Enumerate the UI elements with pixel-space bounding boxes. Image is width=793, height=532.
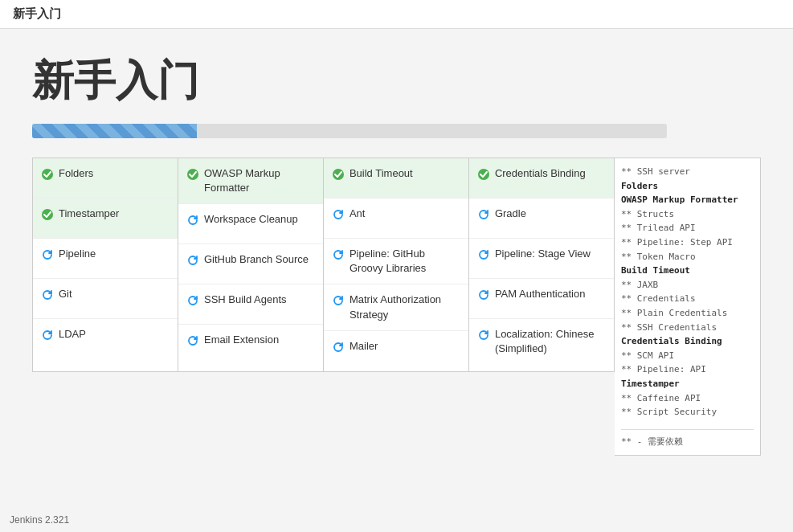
grid-cell[interactable]: Build Timeout: [324, 158, 468, 198]
right-panel: ** SSH serverFoldersOWASP Markup Formatt…: [615, 158, 761, 456]
refresh-icon: [41, 248, 54, 264]
refresh-icon: [186, 334, 199, 350]
refresh-icon: [41, 289, 54, 304]
grid-cell[interactable]: Git: [33, 279, 178, 319]
right-panel-line: ** Script Security: [621, 405, 754, 419]
grid-col-col1: Folders Timestamper Pipeline Git LDAP: [33, 158, 178, 371]
right-panel-line: ** Pipeline: Step API: [621, 235, 754, 250]
plugin-layout: Folders Timestamper Pipeline Git LDAP OW…: [32, 158, 761, 456]
grid-col-col3: Build Timeout Ant Pipeline: GitHub Groov…: [324, 158, 469, 371]
right-panel-line: Timestamper: [621, 377, 754, 391]
grid-col-col2: OWASP Markup Formatter Workspace Cleanup…: [178, 158, 324, 371]
grid-cell[interactable]: Localization: Chinese (Simplified): [469, 319, 614, 364]
right-panel-line: ** JAXB: [621, 278, 754, 293]
cell-label: Mailer: [349, 339, 378, 354]
topbar-title: 新手入门: [13, 6, 61, 20]
cell-label: Credentials Binding: [495, 166, 586, 181]
cell-label: LDAP: [59, 327, 86, 342]
grid-cell[interactable]: GitHub Branch Source: [178, 244, 323, 284]
refresh-icon: [332, 208, 345, 223]
cell-label: Pipeline: GitHub Groovy Libraries: [349, 247, 460, 276]
refresh-icon: [332, 341, 345, 356]
grid-cell[interactable]: Timestamper: [33, 198, 178, 239]
refresh-icon: [41, 329, 54, 344]
check-icon: [186, 168, 199, 183]
grid-cell[interactable]: Pipeline: [33, 239, 178, 279]
grid-cell[interactable]: SSH Build Agents: [178, 284, 323, 325]
cell-label: Workspace Cleanup: [204, 212, 298, 227]
right-panel-line: ** Caffeine API: [621, 391, 754, 406]
topbar: 新手入门: [0, 0, 793, 29]
cell-label: Localization: Chinese (Simplified): [495, 327, 606, 356]
cell-label: Timestamper: [59, 207, 119, 221]
refresh-icon: [477, 289, 490, 304]
cell-label: GitHub Branch Source: [204, 252, 309, 267]
main-content: 新手入门 Folders Timestamper Pipeline Git LD…: [0, 29, 793, 501]
right-panel-footer-text: ** - 需要依赖: [621, 429, 754, 449]
grid-cell[interactable]: Folders: [33, 158, 178, 198]
refresh-icon: [477, 208, 490, 223]
grid-cell[interactable]: PAM Authentication: [469, 279, 614, 319]
refresh-icon: [477, 329, 490, 344]
cell-label: PAM Authentication: [495, 287, 586, 301]
check-icon: [41, 168, 54, 183]
cell-label: OWASP Markup Formatter: [204, 166, 315, 195]
grid-cell[interactable]: Email Extension: [178, 325, 323, 365]
progress-bar: [32, 124, 197, 138]
cell-label: Pipeline: Stage View: [495, 247, 591, 261]
cell-label: Build Timeout: [349, 166, 413, 181]
right-panel-line: ** Token Macro: [621, 250, 754, 264]
cell-label: SSH Build Agents: [204, 293, 287, 307]
right-panel-line: ** SSH Credentials: [621, 321, 754, 335]
footer-bar: [32, 472, 761, 477]
cell-label: Pipeline: [59, 247, 96, 261]
right-panel-line: ** Trilead API: [621, 221, 754, 235]
check-icon: [332, 168, 345, 183]
right-panel-line: ** Structs: [621, 207, 754, 222]
refresh-icon: [477, 248, 490, 264]
cell-label: Matrix Authorization Strategy: [349, 293, 460, 321]
right-panel-line: ** Credentials: [621, 292, 754, 306]
grid-cell[interactable]: Matrix Authorization Strategy: [324, 284, 468, 330]
progress-bar-container: [32, 124, 667, 138]
grid-cell[interactable]: OWASP Markup Formatter: [178, 158, 323, 204]
right-panel-line: ** Plain Credentials: [621, 306, 754, 321]
refresh-icon: [332, 248, 345, 264]
plugin-grid: Folders Timestamper Pipeline Git LDAP OW…: [32, 158, 615, 372]
check-icon: [41, 208, 54, 223]
right-panel-line: Folders: [621, 179, 754, 194]
refresh-icon: [186, 294, 199, 309]
grid-cell[interactable]: Workspace Cleanup: [178, 204, 323, 244]
refresh-icon: [186, 254, 199, 269]
grid-cell[interactable]: Pipeline: GitHub Groovy Libraries: [324, 239, 468, 284]
cell-label: Git: [59, 287, 72, 301]
grid-cell[interactable]: Credentials Binding: [469, 158, 614, 198]
check-icon: [477, 168, 490, 183]
page-title: 新手入门: [32, 53, 761, 109]
right-panel-line: Build Timeout: [621, 264, 754, 278]
grid-cell[interactable]: Ant: [324, 198, 468, 239]
right-panel-line: ** Pipeline: API: [621, 362, 754, 377]
refresh-icon: [186, 214, 199, 229]
right-panel-line: OWASP Markup Formatter: [621, 193, 754, 207]
cell-label: Gradle: [495, 207, 526, 221]
right-panel-line: Credentials Binding: [621, 334, 754, 349]
grid-cell[interactable]: LDAP: [33, 319, 178, 359]
cell-label: Folders: [59, 166, 93, 181]
right-panel-line: ** SCM API: [621, 349, 754, 363]
grid-cell[interactable]: Pipeline: Stage View: [469, 239, 614, 279]
grid-cell[interactable]: Gradle: [469, 198, 614, 239]
refresh-icon: [332, 294, 345, 309]
cell-label: Ant: [349, 207, 366, 221]
right-panel-line: ** SSH server: [621, 165, 754, 179]
grid-col-col4: Credentials Binding Gradle Pipeline: Sta…: [469, 158, 614, 371]
grid-cell[interactable]: Mailer: [324, 331, 468, 371]
cell-label: Email Extension: [204, 333, 279, 347]
